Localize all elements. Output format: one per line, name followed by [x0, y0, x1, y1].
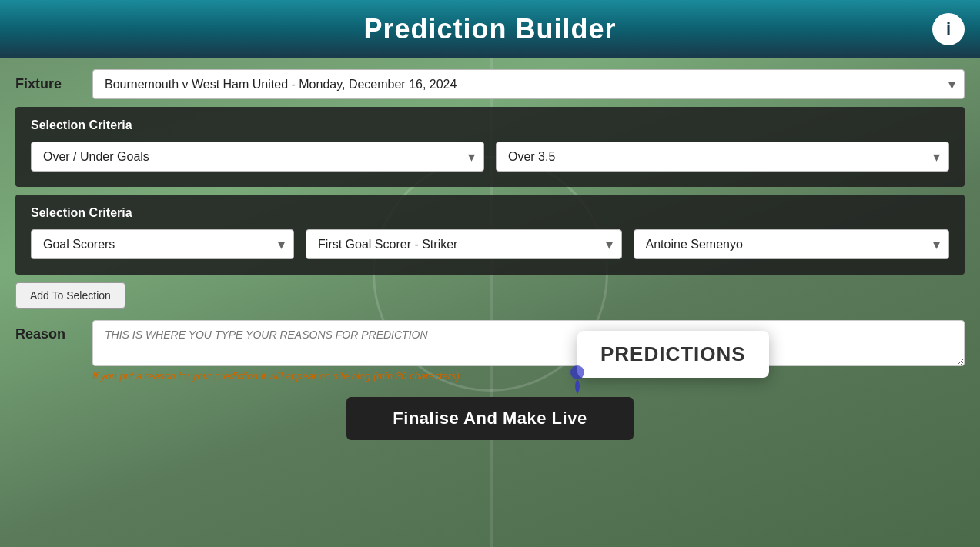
reason-row: Reason [15, 320, 965, 366]
criteria-title-1: Selection Criteria [31, 118, 949, 132]
predictions-label: PREDICTIONS [600, 342, 746, 366]
criteria1-type-select[interactable]: Over / Under Goals [31, 142, 484, 172]
criteria-panel-2: Selection Criteria Goal Scorers First Go… [15, 195, 965, 275]
criteria-selects-1: Over / Under Goals Over 3.5 [31, 142, 949, 172]
add-to-selection-button[interactable]: Add To Selection [15, 282, 125, 309]
finalise-button[interactable]: Finalise And Make Live [346, 397, 633, 440]
criteria2-player-wrapper: Antoine Semenyo [634, 229, 949, 259]
criteria1-type-wrapper: Over / Under Goals [31, 142, 484, 172]
reason-label: Reason [15, 320, 77, 342]
fixture-select-wrapper: Bournemouth v West Ham United - Monday, … [92, 69, 965, 99]
criteria2-type-select[interactable]: Goal Scorers [31, 229, 294, 259]
criteria1-value-wrapper: Over 3.5 [496, 142, 949, 172]
header: Prediction Builder i [0, 0, 980, 58]
criteria-panel-1: Selection Criteria Over / Under Goals Ov… [15, 107, 965, 187]
reason-textarea[interactable] [92, 320, 965, 366]
page-title: Prediction Builder [363, 13, 616, 45]
criteria2-player-select[interactable]: Antoine Semenyo [634, 229, 949, 259]
cursor-pointer [568, 365, 587, 399]
criteria1-value-select[interactable]: Over 3.5 [496, 142, 949, 172]
criteria2-scorer-type-select[interactable]: First Goal Scorer - Striker [306, 229, 621, 259]
predictions-tooltip[interactable]: PREDICTIONS [577, 331, 769, 378]
criteria-title-2: Selection Criteria [31, 206, 949, 220]
criteria2-scorer-type-wrapper: First Goal Scorer - Striker [306, 229, 621, 259]
criteria-selects-2: Goal Scorers First Goal Scorer - Striker… [31, 229, 949, 259]
reason-hint: If you put a reason for your prediction … [92, 370, 965, 382]
main-container: Prediction Builder i Fixture Bournemouth… [0, 0, 980, 547]
fixture-row: Fixture Bournemouth v West Ham United - … [15, 69, 965, 99]
info-button[interactable]: i [932, 13, 965, 45]
svg-point-0 [570, 365, 584, 379]
fixture-label: Fixture [15, 76, 77, 92]
criteria2-type-wrapper: Goal Scorers [31, 229, 294, 259]
fixture-select[interactable]: Bournemouth v West Ham United - Monday, … [92, 69, 965, 99]
content-area: Fixture Bournemouth v West Ham United - … [0, 58, 980, 452]
